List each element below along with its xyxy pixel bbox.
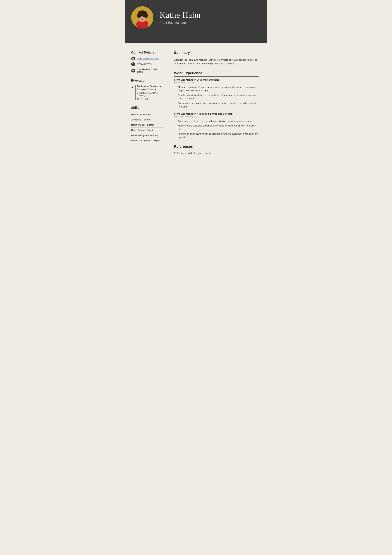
contact-section-title: Contact Details xyxy=(131,51,164,54)
education-degree: Bachelor of Science in Computer Science xyxy=(137,85,164,91)
svg-point-9 xyxy=(143,16,144,17)
contact-phone-item: (575) 067 7035 xyxy=(131,62,164,66)
skill-item: JavaScript - Expert xyxy=(131,117,164,122)
job-bullet-item: Developed and maintained a comprehensive… xyxy=(178,93,259,101)
education-content: Bachelor of Science in Computer Science … xyxy=(135,85,164,100)
resume-header: Kathe Hahn Front End Manager xyxy=(125,0,267,35)
education-school: University of California, Berkeley xyxy=(137,92,164,97)
skill-item: React/Angular - Expert xyxy=(131,122,164,128)
job-item: Front End Manager, Armstrong, Farrell an… xyxy=(174,112,259,139)
job-title: Front End Manager, Leuschke and Sons xyxy=(174,78,259,81)
skill-item: Project Management - Expert xyxy=(131,138,164,143)
references-section: References References available upon req… xyxy=(174,145,259,154)
svg-point-11 xyxy=(141,19,143,20)
contact-email-item: kathehahn@gmail.com xyxy=(131,57,164,60)
sidebar: Contact Details kathehahn@gmail.com xyxy=(125,46,169,165)
job-bullets: Coordinated customer service and sales i… xyxy=(174,119,259,139)
resume-document: Kathe Hahn Front End Manager Contact Det… xyxy=(125,0,267,555)
contact-section: Contact Details kathehahn@gmail.com xyxy=(131,51,164,73)
jobs-list: Front End Manager, Leuschke and SonsMarc… xyxy=(174,78,259,139)
resume-body: Contact Details kathehahn@gmail.com xyxy=(125,43,267,168)
work-experience-title: Work Experience xyxy=(174,71,259,77)
job-bullet-item: Managed a team of 10 front end developer… xyxy=(178,85,259,92)
references-title: References xyxy=(174,145,259,150)
location-icon xyxy=(131,69,135,73)
skills-section-title: Skills xyxy=(131,106,164,110)
education-section-title: Education xyxy=(131,79,164,82)
avatar xyxy=(131,6,153,29)
job-bullet-item: Coordinated customer service and sales i… xyxy=(178,119,259,123)
job-dates: May 2021 - February 2023 xyxy=(174,115,259,118)
skills-section: Skills HTML/CSS - ExpertJavaScript - Exp… xyxy=(131,106,164,143)
email-icon xyxy=(131,57,135,60)
job-bullet-item: Monitored and evaluated customer service… xyxy=(178,124,259,131)
svg-point-8 xyxy=(140,16,141,17)
education-section: Education ● Bachelor of Science in Compu… xyxy=(131,79,164,100)
skill-item: Web Development - Expert xyxy=(131,133,164,138)
job-item: Front End Manager, Leuschke and SonsMarc… xyxy=(174,78,259,109)
education-item: ● Bachelor of Science in Computer Scienc… xyxy=(131,85,164,100)
job-bullet-item: Oversaw the development of new customer … xyxy=(178,102,259,109)
education-bullet: ● xyxy=(131,85,133,100)
skill-item: HTML/CSS - Expert xyxy=(131,112,164,117)
svg-point-7 xyxy=(138,10,147,15)
summary-section: Summary Experienced Front End Manager wi… xyxy=(174,51,259,66)
job-title: Front End Manager, Armstrong, Farrell an… xyxy=(174,112,259,115)
contact-location-item: West Heaven, 01047, Illinois xyxy=(131,68,164,73)
phone-value: (575) 067 7035 xyxy=(137,63,152,66)
main-content: Summary Experienced Front End Manager wi… xyxy=(169,46,267,165)
header-decoration xyxy=(125,35,267,43)
job-bullet-item: Implemented new technologies to streamli… xyxy=(178,132,259,139)
job-dates: March 2023 - Present xyxy=(174,81,259,84)
skill-item: UX/UI Design - Expert xyxy=(131,128,164,133)
location-value: West Heaven, 01047, Illinois xyxy=(137,68,164,73)
summary-text: Experienced Front End Manager with over … xyxy=(174,58,259,66)
references-text: References available upon request xyxy=(174,152,259,154)
job-bullets: Managed a team of 10 front end developer… xyxy=(174,85,259,109)
candidate-title: Front End Manager xyxy=(160,21,259,25)
skills-list: HTML/CSS - ExpertJavaScript - ExpertReac… xyxy=(131,112,164,143)
svg-point-13 xyxy=(133,70,133,71)
summary-title: Summary xyxy=(174,51,259,56)
header-text: Kathe Hahn Front End Manager xyxy=(160,10,259,25)
phone-icon xyxy=(131,62,135,66)
email-value[interactable]: kathehahn@gmail.com xyxy=(137,57,159,60)
svg-point-10 xyxy=(142,18,143,18)
work-experience-section: Work Experience Front End Manager, Leusc… xyxy=(174,71,259,139)
candidate-name: Kathe Hahn xyxy=(160,10,259,20)
education-years: 2017 - 2021 xyxy=(137,98,164,100)
